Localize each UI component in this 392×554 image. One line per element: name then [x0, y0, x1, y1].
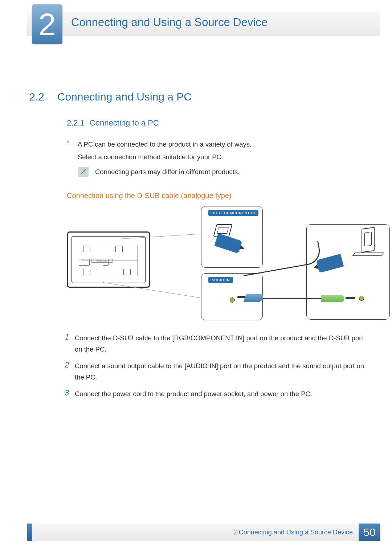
page: 2 Connecting and Using a Source Device 2…: [0, 0, 392, 554]
diagram-pc-base: [352, 253, 384, 256]
diagram-pc-inner: [364, 232, 372, 247]
step-item: 2 Connect a sound output cable to the [A…: [65, 360, 367, 383]
connection-subheading: Connection using the D-SUB cable (analog…: [67, 192, 232, 200]
subsection-heading: 2.2.1 Connecting to a PC: [67, 118, 159, 128]
diagram-marker-icon: [359, 296, 364, 301]
note-block: Connecting parts may differ in different…: [78, 167, 367, 177]
note-text: Connecting parts may differ in different…: [95, 168, 240, 176]
section-number: 2.2: [29, 91, 44, 103]
diagram-pc-box: [306, 224, 390, 320]
bullet-mark: z: [67, 138, 78, 144]
section-heading: 2.2 Connecting and Using a PC: [29, 91, 192, 103]
diagram-marker-icon: [230, 297, 235, 303]
step-text: Connect the power cord to the product an…: [75, 388, 367, 399]
page-number-badge: 50: [359, 524, 380, 541]
bullet-line-1: A PC can be connected to the product in …: [78, 138, 367, 151]
chapter-number-badge: 2: [32, 4, 62, 44]
diagram-audio-cable: [263, 298, 321, 299]
bullet-line-2: Select a connection method suitable for …: [78, 151, 367, 163]
step-item: 3 Connect the power cord to the product …: [65, 388, 367, 399]
subsection-number: 2.2.1: [67, 118, 85, 128]
note-icon: [78, 167, 89, 177]
step-text: Connect a sound output cable to the [AUD…: [75, 360, 367, 383]
step-text: Connect the D-SUB cable to the [RGB/COMP…: [75, 332, 367, 355]
subsection-title: Connecting to a PC: [90, 118, 159, 128]
steps-list: 1 Connect the D-SUB cable to the [RGB/CO…: [65, 332, 367, 405]
chapter-title: Connecting and Using a Source Device: [71, 16, 268, 29]
footer-text: 2 Connecting and Using a Source Device: [233, 529, 353, 536]
step-number: 2: [65, 360, 75, 370]
footer-bar: 2 Connecting and Using a Source Device 5…: [27, 524, 380, 541]
diagram-tv-brand: SAMSUNG: [91, 259, 113, 263]
step-number: 1: [65, 332, 75, 342]
diagram-label-video: RGB / COMPONENT IN: [208, 210, 258, 216]
step-item: 1 Connect the D-SUB cable to the [RGB/CO…: [65, 332, 367, 355]
bullet-text: A PC can be connected to the product in …: [78, 138, 367, 163]
diagram-audio-jack-pc-tip: [346, 297, 355, 299]
connection-diagram: SAMSUNG RGB / COMPONENT IN AUDIO IN: [67, 206, 324, 326]
diagram-guide-line: [103, 282, 207, 299]
diagram-tv: SAMSUNG: [67, 231, 150, 288]
step-number: 3: [65, 388, 75, 398]
section-title: Connecting and Using a PC: [57, 91, 192, 103]
bullet-block: z A PC can be connected to the product i…: [67, 138, 367, 166]
diagram-label-audio: AUDIO IN: [208, 277, 233, 283]
diagram-audio-jack-pc: [321, 295, 344, 302]
footer-accent: [27, 524, 32, 541]
